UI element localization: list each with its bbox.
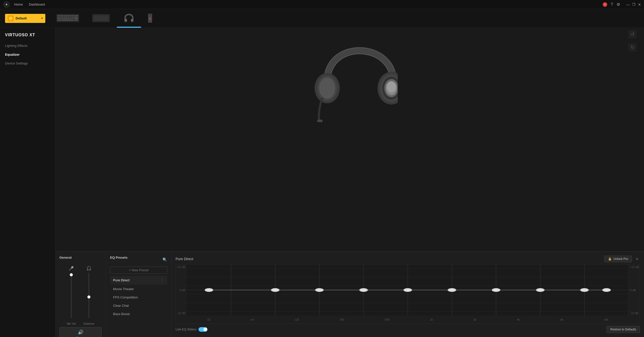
- svg-rect-19: [70, 17, 71, 18]
- eq-x-labels: 32 64 125 250 500 1k 2k 4k 8k 16k: [187, 316, 629, 324]
- eq-point-9: [603, 288, 610, 292]
- device-tab-mousepad[interactable]: [86, 9, 116, 28]
- svg-rect-20: [72, 17, 73, 18]
- device-bar: 🟡 Default ▾: [0, 9, 644, 28]
- svg-rect-35: [93, 15, 109, 21]
- eq-point-6: [492, 288, 500, 292]
- svg-point-49: [387, 81, 396, 92]
- freq-8k: 8k: [560, 318, 563, 321]
- eq-point-4: [404, 288, 412, 292]
- help-icon[interactable]: ?: [611, 2, 613, 7]
- eq-y-labels-left: +12 dB 0 dB -12 dB: [176, 264, 187, 316]
- y-label-zero: 0 dB: [176, 289, 185, 292]
- y-label-right-top: +12 dB: [630, 265, 640, 268]
- sidebar-item-lighting[interactable]: Lighting Effects: [0, 41, 55, 50]
- y-label-right-bottom: -12 dB: [630, 312, 640, 315]
- eq-point-3: [360, 288, 367, 292]
- eq-search-icon[interactable]: 🔍: [162, 257, 167, 262]
- svg-rect-13: [57, 17, 59, 18]
- preset-item-fps-competition[interactable]: FPS Competition: [110, 293, 167, 301]
- svg-rect-16: [63, 17, 65, 18]
- stereo-icon: 🔊: [78, 329, 83, 335]
- headset-icon: [123, 13, 135, 23]
- unlock-pro-button[interactable]: 🔒 Unlock Pro: [604, 256, 632, 262]
- lock-icon: 🔒: [608, 257, 612, 261]
- svg-rect-5: [61, 15, 63, 16]
- rotate-left-icon[interactable]: ↺: [628, 30, 636, 38]
- sliders-area: 🎤 Mic Vol 🎧 Sidetone: [59, 263, 102, 325]
- eq-point-7: [536, 288, 544, 292]
- restore-defaults-button[interactable]: Restore to Defaults: [606, 326, 640, 333]
- profile-selector[interactable]: 🟡 Default ▾: [5, 14, 45, 23]
- svg-point-37: [131, 19, 133, 21]
- nav-dashboard[interactable]: Dashboard: [29, 3, 45, 6]
- svg-rect-24: [62, 18, 64, 19]
- svg-rect-14: [59, 17, 61, 18]
- sidetone-slider[interactable]: [88, 273, 89, 318]
- eq-presets-header: EQ Presets 🔍: [110, 256, 167, 263]
- eq-point-5: [448, 288, 456, 292]
- sidebar-item-equalizer[interactable]: Equalizer: [0, 50, 55, 59]
- preset-options-icon[interactable]: ⋮: [160, 278, 164, 283]
- mic-vol-thumb[interactable]: [70, 273, 73, 276]
- nav-home[interactable]: Home: [14, 3, 23, 6]
- freq-2k: 2k: [473, 318, 477, 321]
- stereo-button[interactable]: 🔊 Stereo: [59, 327, 102, 337]
- svg-rect-27: [68, 18, 70, 19]
- mic-icon: 🎤: [69, 266, 74, 271]
- y-label-right-zero: 0 dB: [630, 289, 640, 292]
- new-preset-button[interactable]: + New Preset: [110, 266, 167, 274]
- preset-list: Pure Direct ⋮ Movie Theater FPS Competit…: [110, 276, 167, 318]
- close-button[interactable]: ✕: [638, 3, 641, 7]
- device-tab-keyboard[interactable]: [50, 9, 85, 28]
- window-controls: — ❐ ✕: [626, 3, 641, 7]
- headphone-icon: 🎧: [86, 266, 91, 271]
- preset-item-movie-theater[interactable]: Movie Theater: [110, 285, 167, 293]
- profile-name: Default: [16, 16, 39, 20]
- svg-rect-29: [72, 18, 74, 19]
- eq-point-8: [581, 288, 588, 292]
- device-tab-headset[interactable]: [117, 9, 141, 28]
- close-eq-button[interactable]: ✕: [634, 256, 640, 262]
- device-name: VIRTUOSO XT: [0, 33, 55, 41]
- preset-label: Movie Theater: [113, 287, 134, 291]
- svg-rect-7: [65, 15, 67, 16]
- rotate-right-icon[interactable]: ↻: [628, 43, 636, 51]
- general-title: General: [59, 256, 102, 259]
- new-preset-label: + New Preset: [129, 268, 148, 272]
- eq-point-2: [316, 288, 323, 292]
- eq-header-actions: 🔒 Unlock Pro ✕: [604, 256, 640, 262]
- svg-rect-50: [317, 120, 323, 122]
- svg-rect-25: [64, 18, 66, 19]
- freq-16k: 16k: [604, 318, 608, 321]
- sidebar-item-device-settings[interactable]: Device Settings: [0, 59, 55, 68]
- top-nav: Home Dashboard: [14, 3, 45, 6]
- maximize-button[interactable]: ❐: [632, 3, 635, 7]
- svg-rect-33: [74, 20, 78, 21]
- eq-graph[interactable]: +12 dB 0 dB -12 dB +12 dB 0 dB: [176, 264, 640, 324]
- headset-image: [302, 35, 398, 131]
- svg-rect-10: [72, 15, 73, 16]
- sidetone-label: Sidetone: [83, 322, 94, 325]
- eq-y-labels-right: +12 dB 0 dB -12 dB: [629, 264, 640, 316]
- mousepad-icon: [92, 14, 110, 22]
- preset-item-bass-boost[interactable]: Bass Boost: [110, 310, 167, 318]
- preset-item-clear-chat[interactable]: Clear Chat: [110, 302, 167, 310]
- alert-icon[interactable]: !: [603, 2, 607, 7]
- link-eq-toggle[interactable]: [198, 327, 208, 332]
- freq-1k: 1k: [430, 318, 433, 321]
- link-eq-text: Link EQ Sliders: [176, 328, 196, 331]
- minimize-button[interactable]: —: [626, 3, 630, 7]
- svg-rect-9: [70, 15, 71, 16]
- svg-rect-21: [74, 17, 78, 18]
- device-tab-dongle[interactable]: [142, 9, 158, 28]
- svg-rect-23: [60, 18, 62, 19]
- freq-500: 500: [385, 318, 389, 321]
- settings-icon[interactable]: ⚙: [617, 2, 620, 7]
- svg-point-36: [125, 19, 127, 21]
- svg-rect-26: [66, 18, 68, 19]
- mic-vol-slider[interactable]: [71, 273, 72, 318]
- sidetone-thumb[interactable]: [87, 295, 90, 298]
- svg-text:✦: ✦: [5, 3, 8, 7]
- preset-item-pure-direct[interactable]: Pure Direct ⋮: [110, 276, 167, 285]
